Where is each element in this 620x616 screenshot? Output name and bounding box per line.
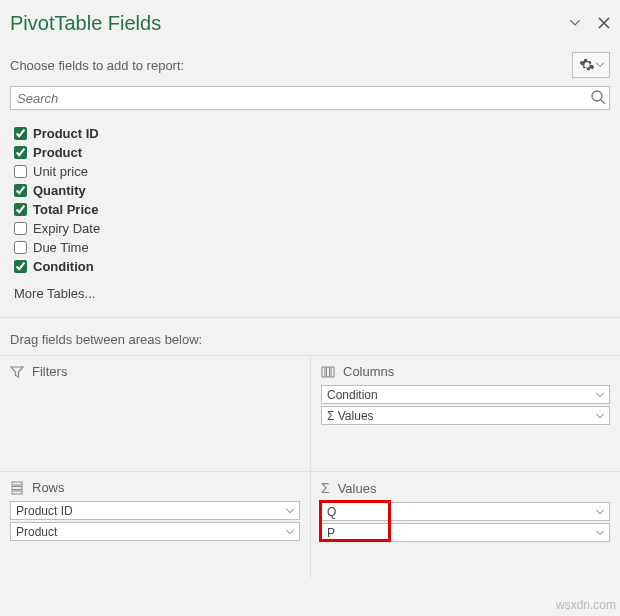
chip-label: Q xyxy=(327,505,336,519)
field-checkbox[interactable] xyxy=(14,165,27,178)
chip-label: Product ID xyxy=(16,504,73,518)
search-input-wrap xyxy=(10,86,610,110)
columns-icon xyxy=(321,365,335,379)
chip-label: P xyxy=(327,526,335,540)
more-tables-link[interactable]: More Tables... xyxy=(14,286,610,301)
chevron-down-icon[interactable] xyxy=(596,509,604,515)
field-checkbox[interactable] xyxy=(14,203,27,216)
search-icon[interactable] xyxy=(590,89,606,105)
field-item[interactable]: Product ID xyxy=(14,124,610,143)
sigma-icon: Σ xyxy=(321,480,330,496)
filters-label: Filters xyxy=(32,364,67,379)
svg-rect-5 xyxy=(12,482,22,485)
filter-icon xyxy=(10,365,24,379)
chevron-down-icon[interactable] xyxy=(596,530,604,536)
values-label: Values xyxy=(338,481,377,496)
field-label: Total Price xyxy=(33,202,99,217)
chip-label: Σ Values xyxy=(327,409,374,423)
area-chip[interactable]: P xyxy=(321,523,610,542)
chevron-down-icon[interactable] xyxy=(596,392,604,398)
rows-label: Rows xyxy=(32,480,65,495)
fields-list: Product IDProductUnit priceQuantityTotal… xyxy=(0,118,620,317)
rows-icon xyxy=(10,481,24,495)
field-label: Due Time xyxy=(33,240,89,255)
chevron-down-icon[interactable] xyxy=(286,508,294,514)
svg-point-0 xyxy=(592,91,602,101)
field-label: Condition xyxy=(33,259,94,274)
close-icon[interactable] xyxy=(598,17,610,29)
tools-dropdown[interactable] xyxy=(572,52,610,78)
svg-rect-7 xyxy=(12,491,22,494)
chip-label: Condition xyxy=(327,388,378,402)
columns-area[interactable]: Columns ConditionΣ Values xyxy=(310,355,620,471)
rows-area[interactable]: Rows Product IDProduct xyxy=(0,471,310,578)
field-label: Quantity xyxy=(33,183,86,198)
chevron-down-icon[interactable] xyxy=(286,529,294,535)
area-chip[interactable]: Q xyxy=(321,502,610,521)
search-input[interactable] xyxy=(10,86,610,110)
field-item[interactable]: Total Price xyxy=(14,200,610,219)
field-checkbox[interactable] xyxy=(14,146,27,159)
field-checkbox[interactable] xyxy=(14,127,27,140)
values-area[interactable]: Σ Values QP xyxy=(310,471,620,578)
field-label: Product xyxy=(33,145,82,160)
field-label: Expiry Date xyxy=(33,221,100,236)
area-chip[interactable]: Condition xyxy=(321,385,610,404)
field-label: Product ID xyxy=(33,126,99,141)
field-label: Unit price xyxy=(33,164,88,179)
svg-rect-3 xyxy=(327,367,330,377)
field-checkbox[interactable] xyxy=(14,260,27,273)
field-item[interactable]: Condition xyxy=(14,257,610,276)
field-item[interactable]: Quantity xyxy=(14,181,610,200)
dropdown-icon[interactable] xyxy=(570,20,580,26)
svg-rect-6 xyxy=(12,486,22,489)
chevron-down-icon[interactable] xyxy=(596,413,604,419)
area-chip[interactable]: Product ID xyxy=(10,501,300,520)
field-item[interactable]: Expiry Date xyxy=(14,219,610,238)
drag-areas-label: Drag fields between areas below: xyxy=(0,317,620,355)
chevron-down-icon xyxy=(596,62,604,68)
field-checkbox[interactable] xyxy=(14,222,27,235)
svg-line-1 xyxy=(601,100,605,104)
svg-rect-2 xyxy=(322,367,325,377)
field-checkbox[interactable] xyxy=(14,184,27,197)
columns-label: Columns xyxy=(343,364,394,379)
svg-rect-4 xyxy=(331,367,334,377)
area-chip[interactable]: Product xyxy=(10,522,300,541)
gear-icon xyxy=(579,57,595,73)
watermark: wsxdn.com xyxy=(556,598,616,612)
choose-fields-label: Choose fields to add to report: xyxy=(10,58,184,73)
chip-label: Product xyxy=(16,525,57,539)
filters-area[interactable]: Filters xyxy=(0,355,310,471)
field-checkbox[interactable] xyxy=(14,241,27,254)
field-item[interactable]: Due Time xyxy=(14,238,610,257)
field-item[interactable]: Product xyxy=(14,143,610,162)
area-chip[interactable]: Σ Values xyxy=(321,406,610,425)
pane-title: PivotTable Fields xyxy=(10,12,161,35)
field-item[interactable]: Unit price xyxy=(14,162,610,181)
